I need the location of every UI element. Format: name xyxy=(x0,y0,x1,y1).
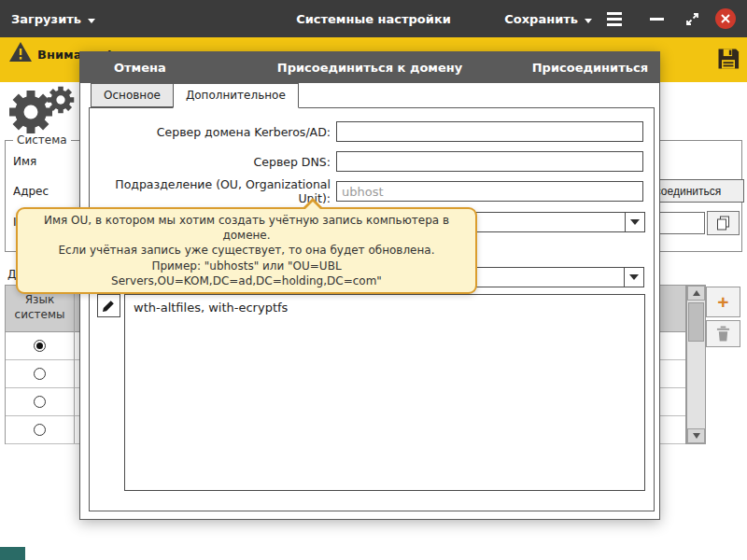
dialog-panel: Сервер домена Kerberos/AD: Сервер DNS: П… xyxy=(89,107,655,511)
tab-additional[interactable]: Дополнительное xyxy=(173,83,299,108)
features-textarea[interactable]: wth-altfiles, with-ecryptfs xyxy=(124,294,645,491)
warning-triangle-icon xyxy=(8,41,33,65)
edit-pencil-icon xyxy=(102,299,116,313)
ou-input[interactable] xyxy=(336,181,643,202)
save-menu-button[interactable]: Сохранить xyxy=(504,12,592,26)
language-radio-0[interactable] xyxy=(34,340,46,352)
combo-arrow-box[interactable] xyxy=(625,213,644,231)
table-scrollbar[interactable] xyxy=(686,285,706,444)
ou-tooltip-line3: Пример: "ubhosts" или "OU=UBL Servers,OU… xyxy=(25,259,468,288)
fullscreen-icon[interactable] xyxy=(684,11,700,27)
add-language-button[interactable]: + xyxy=(706,287,740,317)
save-menu-label: Сохранить xyxy=(504,12,578,26)
table-column-divider xyxy=(74,286,75,443)
trash-icon xyxy=(716,326,730,342)
copy-icon xyxy=(716,216,731,231)
dialog-titlebar: Отмена Присоединиться к домену Присоедин… xyxy=(80,52,659,83)
language-radio-1[interactable] xyxy=(34,368,46,380)
language-radio-2[interactable] xyxy=(34,396,46,408)
dns-server-input[interactable] xyxy=(336,151,643,172)
top-bar: Загрузить Системные настройки Сохранить xyxy=(0,0,747,37)
ou-tooltip-line2: Если учётная запись уже существует, то о… xyxy=(25,243,468,258)
triangle-up-icon xyxy=(693,290,700,296)
dropdown-arrow-icon xyxy=(629,274,639,280)
ou-tooltip-line1: Имя OU, в котором мы хотим создать учётн… xyxy=(25,213,468,243)
dialog-join-button[interactable]: Присоединиться xyxy=(532,52,648,83)
edit-button[interactable] xyxy=(97,294,120,317)
address-label: Адрес xyxy=(13,185,49,198)
screen: Загрузить Системные настройки Сохранить … xyxy=(0,0,747,560)
dropdown-arrow-icon xyxy=(630,219,640,225)
bottom-left-accent xyxy=(0,547,25,560)
copy-button[interactable] xyxy=(707,211,740,235)
scrollbar-thumb[interactable] xyxy=(688,302,704,342)
close-icon xyxy=(721,14,730,23)
scroll-down-button[interactable] xyxy=(687,428,705,443)
system-groupbox-label: Система xyxy=(13,133,71,147)
minimize-icon[interactable] xyxy=(650,18,664,21)
kerberos-server-input[interactable] xyxy=(336,121,643,142)
dns-server-label: Сервер DNS: xyxy=(90,155,336,169)
ou-tooltip: Имя OU, в котором мы хотим создать учётн… xyxy=(16,207,477,294)
close-button[interactable] xyxy=(715,8,736,29)
language-radio-3[interactable] xyxy=(34,424,46,436)
combo-arrow-box[interactable] xyxy=(624,268,643,287)
name-label: Имя xyxy=(13,155,36,168)
kerberos-server-label: Сервер домена Kerberos/AD: xyxy=(90,125,336,139)
settings-gears-icon xyxy=(7,84,77,137)
delete-language-button[interactable] xyxy=(706,320,740,347)
top-bar-actions: Сохранить xyxy=(504,0,736,37)
scroll-up-button[interactable] xyxy=(687,286,705,301)
hamburger-menu-icon[interactable] xyxy=(607,12,622,26)
chevron-down-icon xyxy=(585,19,592,23)
triangle-down-icon xyxy=(693,433,700,439)
ou-label: Подразделение (OU, Organizational Unit): xyxy=(90,177,336,205)
save-file-icon[interactable] xyxy=(715,46,741,75)
dialog-tabs: Основное Дополнительное xyxy=(91,83,298,108)
add-icon: + xyxy=(717,292,728,312)
tab-basic[interactable]: Основное xyxy=(91,83,174,107)
